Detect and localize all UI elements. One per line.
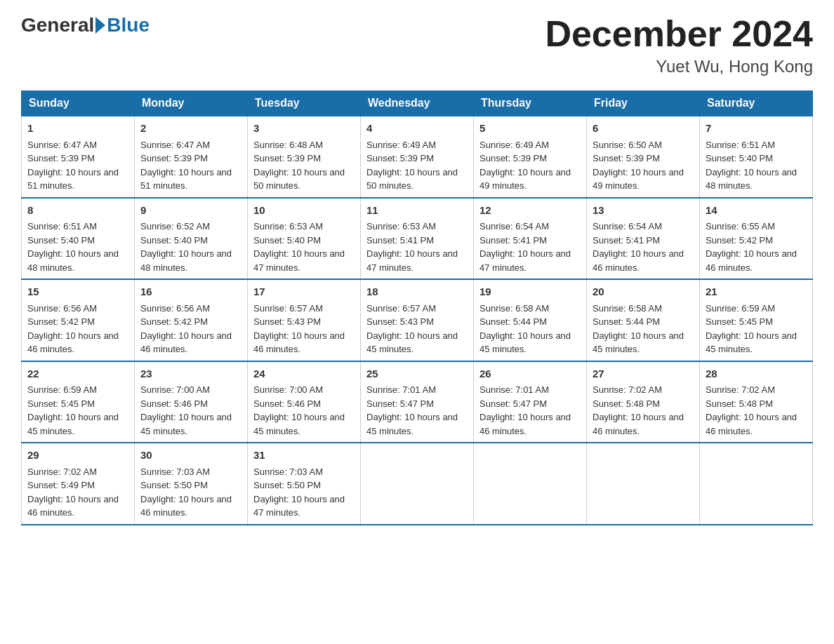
sunset-text: Sunset: 5:40 PM bbox=[706, 152, 807, 166]
daylight-text: Daylight: 10 hours and 49 minutes. bbox=[593, 166, 694, 193]
sunrise-text: Sunrise: 6:47 AM bbox=[140, 138, 241, 152]
calendar-cell: 23Sunrise: 7:00 AMSunset: 5:46 PMDayligh… bbox=[135, 361, 248, 443]
sunrise-text: Sunrise: 6:47 AM bbox=[27, 138, 128, 152]
day-number: 18 bbox=[366, 284, 468, 300]
calendar-cell bbox=[474, 443, 587, 525]
day-number: 3 bbox=[253, 121, 355, 137]
location-title: Yuet Wu, Hong Kong bbox=[545, 57, 813, 76]
day-number: 2 bbox=[140, 121, 241, 137]
day-number: 24 bbox=[253, 366, 355, 382]
day-number: 7 bbox=[706, 121, 807, 137]
calendar-cell bbox=[700, 443, 813, 525]
day-number: 9 bbox=[140, 203, 241, 219]
day-number: 4 bbox=[366, 121, 468, 137]
week-row-3: 15Sunrise: 6:56 AMSunset: 5:42 PMDayligh… bbox=[22, 279, 813, 361]
daylight-text: Daylight: 10 hours and 45 minutes. bbox=[366, 329, 468, 356]
calendar-table: Sunday Monday Tuesday Wednesday Thursday… bbox=[21, 90, 813, 525]
daylight-text: Daylight: 10 hours and 51 minutes. bbox=[140, 166, 241, 193]
calendar-cell: 7Sunrise: 6:51 AMSunset: 5:40 PMDaylight… bbox=[700, 116, 813, 198]
sunset-text: Sunset: 5:40 PM bbox=[27, 234, 128, 248]
sunrise-text: Sunrise: 6:59 AM bbox=[706, 302, 807, 316]
daylight-text: Daylight: 10 hours and 50 minutes. bbox=[366, 166, 468, 193]
sunrise-text: Sunrise: 6:54 AM bbox=[593, 220, 694, 234]
sunset-text: Sunset: 5:44 PM bbox=[593, 315, 694, 329]
sunset-text: Sunset: 5:40 PM bbox=[140, 234, 241, 248]
sunrise-text: Sunrise: 7:02 AM bbox=[27, 465, 128, 479]
sunrise-text: Sunrise: 6:49 AM bbox=[366, 138, 468, 152]
calendar-cell: 6Sunrise: 6:50 AMSunset: 5:39 PMDaylight… bbox=[587, 116, 700, 198]
calendar-cell: 13Sunrise: 6:54 AMSunset: 5:41 PMDayligh… bbox=[587, 198, 700, 280]
calendar-cell: 15Sunrise: 6:56 AMSunset: 5:42 PMDayligh… bbox=[22, 279, 135, 361]
calendar-cell: 4Sunrise: 6:49 AMSunset: 5:39 PMDaylight… bbox=[361, 116, 474, 198]
sunset-text: Sunset: 5:42 PM bbox=[27, 315, 128, 329]
sunrise-text: Sunrise: 6:53 AM bbox=[253, 220, 355, 234]
col-monday: Monday bbox=[135, 91, 248, 116]
daylight-text: Daylight: 10 hours and 47 minutes. bbox=[253, 247, 355, 274]
sunrise-text: Sunrise: 7:03 AM bbox=[253, 465, 355, 479]
sunrise-text: Sunrise: 7:00 AM bbox=[140, 383, 241, 397]
sunrise-text: Sunrise: 6:57 AM bbox=[253, 302, 355, 316]
day-number: 11 bbox=[366, 203, 468, 219]
daylight-text: Daylight: 10 hours and 45 minutes. bbox=[706, 329, 807, 356]
calendar-cell: 17Sunrise: 6:57 AMSunset: 5:43 PMDayligh… bbox=[248, 279, 361, 361]
sunrise-text: Sunrise: 6:58 AM bbox=[593, 302, 694, 316]
day-number: 6 bbox=[593, 121, 694, 137]
calendar-cell: 27Sunrise: 7:02 AMSunset: 5:48 PMDayligh… bbox=[587, 361, 700, 443]
calendar-cell: 18Sunrise: 6:57 AMSunset: 5:43 PMDayligh… bbox=[361, 279, 474, 361]
daylight-text: Daylight: 10 hours and 45 minutes. bbox=[253, 410, 355, 438]
sunset-text: Sunset: 5:44 PM bbox=[479, 315, 581, 329]
day-number: 10 bbox=[253, 203, 355, 219]
day-number: 12 bbox=[479, 203, 581, 219]
calendar-cell: 3Sunrise: 6:48 AMSunset: 5:39 PMDaylight… bbox=[248, 116, 361, 198]
calendar-cell: 8Sunrise: 6:51 AMSunset: 5:40 PMDaylight… bbox=[22, 198, 135, 280]
daylight-text: Daylight: 10 hours and 46 minutes. bbox=[593, 247, 694, 274]
day-number: 25 bbox=[366, 366, 468, 382]
sunrise-text: Sunrise: 6:58 AM bbox=[479, 302, 581, 316]
daylight-text: Daylight: 10 hours and 46 minutes. bbox=[593, 410, 694, 438]
sunrise-text: Sunrise: 6:51 AM bbox=[706, 138, 807, 152]
sunset-text: Sunset: 5:48 PM bbox=[593, 397, 694, 411]
week-row-1: 1Sunrise: 6:47 AMSunset: 5:39 PMDaylight… bbox=[22, 116, 813, 198]
page-header: General Blue December 2024 Yuet Wu, Hong… bbox=[21, 14, 813, 76]
calendar-cell: 29Sunrise: 7:02 AMSunset: 5:49 PMDayligh… bbox=[22, 443, 135, 525]
sunrise-text: Sunrise: 7:01 AM bbox=[479, 383, 581, 397]
sunset-text: Sunset: 5:41 PM bbox=[479, 234, 581, 248]
daylight-text: Daylight: 10 hours and 45 minutes. bbox=[593, 329, 694, 356]
day-number: 21 bbox=[706, 284, 807, 300]
day-number: 23 bbox=[140, 366, 241, 382]
sunrise-text: Sunrise: 7:02 AM bbox=[706, 383, 807, 397]
daylight-text: Daylight: 10 hours and 50 minutes. bbox=[253, 166, 355, 193]
daylight-text: Daylight: 10 hours and 45 minutes. bbox=[479, 329, 581, 356]
logo-general-text: General bbox=[21, 14, 94, 36]
sunset-text: Sunset: 5:43 PM bbox=[253, 315, 355, 329]
day-number: 1 bbox=[27, 121, 128, 137]
calendar-cell bbox=[587, 443, 700, 525]
daylight-text: Daylight: 10 hours and 48 minutes. bbox=[706, 166, 807, 193]
calendar-cell: 24Sunrise: 7:00 AMSunset: 5:46 PMDayligh… bbox=[248, 361, 361, 443]
daylight-text: Daylight: 10 hours and 47 minutes. bbox=[253, 492, 355, 520]
sunset-text: Sunset: 5:42 PM bbox=[706, 234, 807, 248]
sunrise-text: Sunrise: 6:53 AM bbox=[366, 220, 468, 234]
col-friday: Friday bbox=[587, 91, 700, 116]
daylight-text: Daylight: 10 hours and 48 minutes. bbox=[140, 247, 241, 274]
day-number: 14 bbox=[706, 203, 807, 219]
calendar-cell: 30Sunrise: 7:03 AMSunset: 5:50 PMDayligh… bbox=[135, 443, 248, 525]
day-number: 31 bbox=[253, 448, 355, 464]
week-row-4: 22Sunrise: 6:59 AMSunset: 5:45 PMDayligh… bbox=[22, 361, 813, 443]
sunset-text: Sunset: 5:50 PM bbox=[140, 478, 241, 492]
daylight-text: Daylight: 10 hours and 47 minutes. bbox=[479, 247, 581, 274]
daylight-text: Daylight: 10 hours and 45 minutes. bbox=[366, 410, 468, 438]
daylight-text: Daylight: 10 hours and 46 minutes. bbox=[27, 492, 128, 520]
daylight-text: Daylight: 10 hours and 46 minutes. bbox=[27, 329, 128, 356]
sunset-text: Sunset: 5:47 PM bbox=[479, 397, 581, 411]
sunset-text: Sunset: 5:39 PM bbox=[593, 152, 694, 166]
sunrise-text: Sunrise: 6:52 AM bbox=[140, 220, 241, 234]
calendar-cell bbox=[361, 443, 474, 525]
daylight-text: Daylight: 10 hours and 45 minutes. bbox=[27, 410, 128, 438]
calendar-cell: 14Sunrise: 6:55 AMSunset: 5:42 PMDayligh… bbox=[700, 198, 813, 280]
sunrise-text: Sunrise: 6:59 AM bbox=[27, 383, 128, 397]
sunset-text: Sunset: 5:41 PM bbox=[593, 234, 694, 248]
sunset-text: Sunset: 5:43 PM bbox=[366, 315, 468, 329]
header-row: Sunday Monday Tuesday Wednesday Thursday… bbox=[22, 91, 813, 116]
calendar-cell: 21Sunrise: 6:59 AMSunset: 5:45 PMDayligh… bbox=[700, 279, 813, 361]
